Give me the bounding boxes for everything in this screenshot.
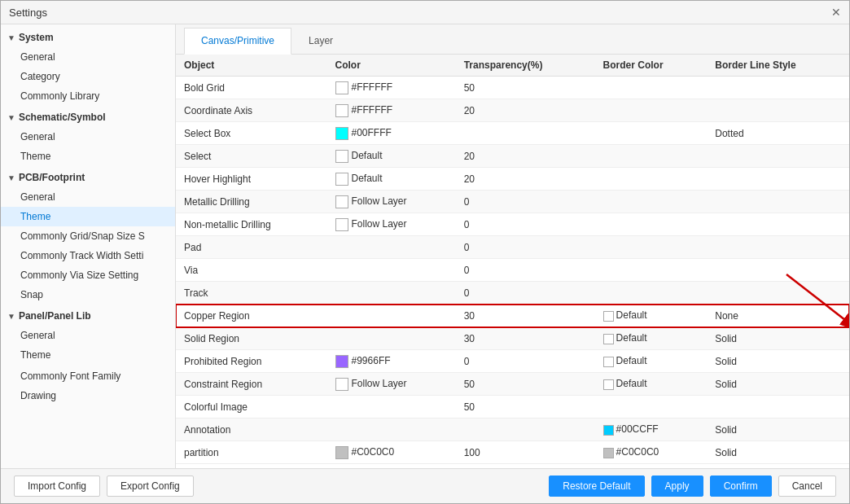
tab-canvas-primitive[interactable]: Canvas/Primitive — [184, 28, 291, 55]
cell-border-color[interactable] — [595, 122, 708, 145]
cell-transparency: 50 — [456, 373, 595, 396]
sidebar-item-general-panel[interactable]: General — [1, 326, 175, 345]
sidebar-item-via-size[interactable]: Commonly Via Size Setting — [1, 265, 175, 285]
sidebar-group-system[interactable]: ▼ System — [1, 28, 175, 47]
table-row: Metallic DrillingFollow Layer0 — [176, 191, 849, 213]
cell-border-color[interactable] — [595, 282, 708, 305]
table-row: Prohibited Region#9966FF0DefaultSolid — [176, 350, 849, 373]
table-row: Bold Grid#FFFFFF50 — [176, 77, 849, 99]
cell-border-line-style — [707, 396, 849, 419]
cancel-button[interactable]: Cancel — [778, 476, 836, 497]
cell-border-color[interactable] — [595, 77, 708, 99]
cell-color[interactable]: #9966FF — [327, 350, 456, 373]
color-swatch — [335, 150, 348, 163]
color-swatch — [335, 218, 348, 231]
close-button[interactable]: ✕ — [831, 6, 841, 19]
import-config-button[interactable]: Import Config — [14, 476, 100, 497]
sidebar-group-pcb[interactable]: ▼ PCB/Footprint — [1, 168, 175, 187]
window-title: Settings — [9, 7, 47, 19]
cell-border-line-style — [707, 282, 849, 305]
sidebar-group-schematic-label: Schematic/Symbol — [19, 112, 106, 123]
cell-border-color[interactable]: #00CCFF — [595, 419, 708, 441]
border-color-label: #00CCFF — [616, 423, 659, 435]
sidebar-section-panel: ▼ Panel/Panel Lib General Theme — [1, 306, 175, 365]
sidebar-item-drawing[interactable]: Drawing — [1, 386, 175, 405]
sidebar-group-schematic[interactable]: ▼ Schematic/Symbol — [1, 107, 175, 127]
cell-color[interactable]: #C0C0C0 — [327, 441, 456, 464]
sidebar-item-general-pcb[interactable]: General — [1, 187, 175, 207]
cell-border-color[interactable] — [595, 168, 708, 191]
tab-layer[interactable]: Layer — [291, 28, 350, 54]
sidebar-item-track-width[interactable]: Commonly Track Width Setti — [1, 246, 175, 265]
cell-object: Colorful Image — [176, 396, 327, 419]
cell-color[interactable]: #FFFFFF — [327, 99, 456, 122]
cell-color[interactable] — [327, 305, 456, 327]
sidebar-item-font-family[interactable]: Commonly Font Family — [1, 366, 175, 386]
sidebar-item-theme-pcb[interactable]: Theme — [1, 207, 175, 226]
cell-border-color[interactable]: Default — [595, 305, 708, 327]
sidebar-item-grid-snap[interactable]: Commonly Grid/Snap Size S — [1, 226, 175, 246]
cell-color[interactable]: Follow Layer — [327, 191, 456, 213]
color-swatch — [335, 173, 348, 186]
cell-color[interactable]: Default — [327, 145, 456, 168]
cell-object: Select — [176, 145, 327, 168]
sidebar-item-theme-panel[interactable]: Theme — [1, 345, 175, 365]
cell-color[interactable] — [327, 327, 456, 350]
cell-border-color[interactable] — [595, 145, 708, 168]
border-color-checkbox — [603, 334, 614, 344]
sidebar-section-schematic: ▼ Schematic/Symbol General Theme — [1, 107, 175, 166]
col-header-transparency: Transparency(%) — [456, 55, 595, 77]
confirm-button[interactable]: Confirm — [710, 476, 772, 497]
border-color-label: Default — [616, 309, 647, 321]
sidebar-group-panel[interactable]: ▼ Panel/Panel Lib — [1, 306, 175, 326]
sidebar-item-general-schematic[interactable]: General — [1, 127, 175, 147]
cell-transparency: 20 — [456, 168, 595, 191]
cell-border-color[interactable]: Default — [595, 327, 708, 350]
color-label: #9966FF — [352, 355, 391, 366]
border-color-checkbox — [603, 448, 614, 458]
apply-button[interactable]: Apply — [651, 476, 703, 497]
cell-object: Prohibited Region — [176, 350, 327, 373]
cell-color[interactable] — [327, 236, 456, 259]
cell-border-color[interactable]: #C0C0C0 — [595, 441, 708, 464]
cell-color[interactable]: #00FFFF — [327, 122, 456, 145]
cell-color[interactable] — [327, 419, 456, 441]
cell-border-line-style: Solid — [707, 327, 849, 350]
cell-color[interactable] — [327, 396, 456, 419]
cell-border-color[interactable] — [595, 99, 708, 122]
table-header-row: Object Color Transparency(%) Border Colo… — [176, 55, 849, 77]
col-header-color: Color — [327, 55, 456, 77]
sidebar-item-general-system[interactable]: General — [1, 47, 175, 67]
cell-transparency — [456, 419, 595, 441]
cell-border-color[interactable]: Default — [595, 373, 708, 396]
cell-border-color[interactable] — [595, 191, 708, 213]
restore-default-button[interactable]: Restore Default — [549, 476, 644, 497]
cell-color[interactable] — [327, 282, 456, 305]
cell-color[interactable] — [327, 259, 456, 282]
cell-transparency: 30 — [456, 305, 595, 327]
cell-transparency: 30 — [456, 327, 595, 350]
sidebar-item-snap[interactable]: Snap — [1, 285, 175, 305]
color-label: Default — [352, 150, 383, 161]
cell-border-line-style: Solid — [707, 373, 849, 396]
cell-border-color[interactable] — [595, 213, 708, 236]
cell-border-color[interactable] — [595, 396, 708, 419]
export-config-button[interactable]: Export Config — [107, 476, 194, 497]
sidebar-item-commonly-library[interactable]: Commonly Library — [1, 86, 175, 106]
cell-border-color[interactable] — [595, 259, 708, 282]
cell-color[interactable]: Follow Layer — [327, 213, 456, 236]
cell-border-color[interactable]: Default — [595, 350, 708, 373]
cell-object: Constraint Region — [176, 373, 327, 396]
cell-color[interactable]: #FFFFFF — [327, 77, 456, 99]
color-label: #FFFFFF — [352, 81, 393, 93]
cell-border-color[interactable] — [595, 236, 708, 259]
cell-color[interactable]: Follow Layer — [327, 373, 456, 396]
sidebar-item-theme-schematic[interactable]: Theme — [1, 147, 175, 166]
cell-object: Copper Region — [176, 305, 327, 327]
cell-object: Metallic Drilling — [176, 191, 327, 213]
sidebar-item-category[interactable]: Category — [1, 67, 175, 86]
border-color-label: Default — [616, 378, 647, 389]
cell-color[interactable]: Default — [327, 168, 456, 191]
border-color-checkbox — [603, 425, 614, 436]
title-bar: Settings ✕ — [1, 1, 849, 24]
